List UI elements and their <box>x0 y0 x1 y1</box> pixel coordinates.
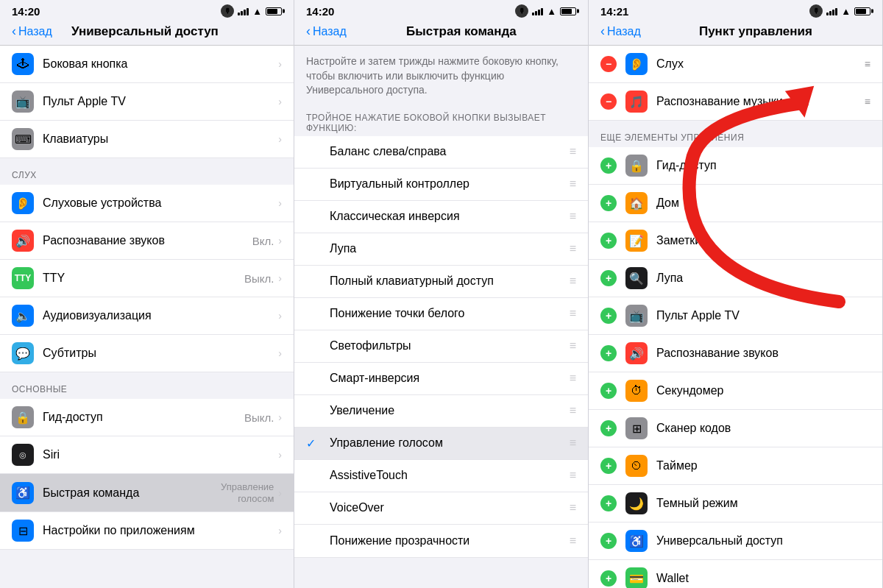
table-row[interactable]: + ♿ Универсальный доступ <box>589 523 882 560</box>
item-label-12: Понижение прозрачности <box>330 534 570 548</box>
drag-handle-2[interactable]: ≡ <box>570 210 576 223</box>
list-item[interactable]: Виртуальный контроллер ≡ <box>294 169 588 201</box>
accessibility-icon-add: ♿ <box>625 530 648 552</box>
nav-bar-3: ‹ Назад Пункт управления <box>589 21 882 46</box>
add-button[interactable]: + <box>600 458 617 474</box>
drag-handle-9[interactable]: ≡ <box>570 436 576 450</box>
chevron-right-icon: › <box>278 235 282 247</box>
add-button[interactable]: + <box>600 157 617 174</box>
list-item[interactable]: Увеличение ≡ <box>294 395 588 428</box>
list-item[interactable]: Баланс слева/справа ≡ <box>294 136 588 169</box>
back-button-2[interactable]: ‹ Назад <box>306 24 347 39</box>
list-item[interactable]: Полный клавиатурный доступ ≡ <box>294 266 588 298</box>
remove-button[interactable]: − <box>600 93 617 110</box>
code-scanner-icon-add: ⊞ <box>625 417 648 439</box>
battery-icon-2 <box>560 7 576 15</box>
add-button[interactable]: + <box>600 533 617 549</box>
hearing-icon-active: 👂 <box>625 53 648 75</box>
table-row[interactable]: 🔒 Гид-доступ Выкл. › <box>0 399 294 436</box>
add-button[interactable]: + <box>600 570 617 587</box>
wifi-icon-2: ▲ <box>547 6 556 17</box>
row-label: Распознавание музыки <box>656 95 865 108</box>
table-row[interactable]: + ⏲ Таймер <box>589 447 882 485</box>
drag-handle-5[interactable]: ≡ <box>570 307 576 320</box>
drag-handle-11[interactable]: ≡ <box>570 501 576 514</box>
table-row[interactable]: 🔊 Распознавание звуков Вкл. › <box>0 222 294 260</box>
table-row[interactable]: + 📺 Пульт Apple TV <box>589 297 882 335</box>
list-item[interactable]: Светофильтры ≡ <box>294 330 588 363</box>
table-row[interactable]: ◎ Siri › <box>0 436 294 474</box>
keyboards-icon: ⌨ <box>12 128 34 150</box>
add-button[interactable]: + <box>600 383 617 399</box>
table-row[interactable]: + 🔊 Распознавание звуков <box>589 335 882 372</box>
list-item[interactable]: Понижение прозрачности ≡ <box>294 525 588 557</box>
add-button[interactable]: + <box>600 495 617 511</box>
table-row[interactable]: 📺 Пульт Apple TV › <box>0 83 294 121</box>
mic-icon-3 <box>809 4 823 18</box>
home-icon-add: 🏠 <box>625 192 648 214</box>
status-icons-2: ▲ <box>515 4 576 18</box>
drag-handle-active-1[interactable]: ≡ <box>865 96 870 107</box>
drag-handle-8[interactable]: ≡ <box>570 404 576 417</box>
table-row[interactable]: 🔈 Аудиовизуализация › <box>0 297 294 335</box>
table-row[interactable]: 🕹 Боковая кнопка › <box>0 46 294 83</box>
table-row[interactable]: 👂 Слуховые устройства › <box>0 185 294 222</box>
table-row[interactable]: + ⏱ Секундомер <box>589 372 882 410</box>
list-item[interactable]: Классическая инверсия ≡ <box>294 201 588 233</box>
scroll-area-2[interactable]: Настройте и затем трижды нажмите боковую… <box>294 46 588 588</box>
table-row[interactable]: + 📝 Заметки <box>589 222 882 260</box>
list-item[interactable]: Лупа ≡ <box>294 233 588 266</box>
table-row[interactable]: + 🏠 Дом <box>589 185 882 222</box>
drag-handle-10[interactable]: ≡ <box>570 469 576 482</box>
nav-bar-2: ‹ Назад Быстрая команда <box>294 21 588 46</box>
timer-icon-add: ⏲ <box>625 455 648 477</box>
scroll-area-1[interactable]: 🕹 Боковая кнопка › 📺 Пульт Apple TV › ⌨ … <box>0 46 294 588</box>
add-button[interactable]: + <box>600 233 617 249</box>
row-label: Распознавание звуков <box>43 234 252 247</box>
remove-button[interactable]: − <box>600 56 617 72</box>
drag-handle-7[interactable]: ≡ <box>570 372 576 385</box>
wifi-icon-3: ▲ <box>841 6 851 17</box>
add-button[interactable]: + <box>600 195 617 211</box>
table-row[interactable]: ⊟ Настройки по приложениям › <box>0 512 294 549</box>
drag-handle-4[interactable]: ≡ <box>570 274 576 288</box>
section-top-1: 🕹 Боковая кнопка › 📺 Пульт Apple TV › ⌨ … <box>0 46 294 158</box>
sound-recognition-icon-add: 🔊 <box>625 342 648 364</box>
table-row[interactable]: + 🔒 Гид-доступ <box>589 147 882 185</box>
battery-icon-1 <box>266 7 282 15</box>
back-button-3[interactable]: ‹ Назад <box>600 24 641 39</box>
drag-handle-active-0[interactable]: ≡ <box>865 58 870 70</box>
list-item[interactable]: AssistiveTouch ≡ <box>294 460 588 492</box>
drag-handle-12[interactable]: ≡ <box>570 534 576 548</box>
list-item[interactable]: Понижение точки белого ≡ <box>294 298 588 330</box>
status-time-1: 14:20 <box>12 5 40 18</box>
add-button[interactable]: + <box>600 270 617 286</box>
table-row[interactable]: ⌨ Клавиатуры › <box>0 121 294 157</box>
table-row[interactable]: ♿ Быстрая команда Управление голосом › <box>0 474 294 512</box>
list-item[interactable]: VoiceOver ≡ <box>294 492 588 525</box>
add-button[interactable]: + <box>600 420 617 436</box>
row-label: Заметки <box>656 234 870 247</box>
table-row[interactable]: + ⊞ Сканер кодов <box>589 410 882 447</box>
drag-handle-3[interactable]: ≡ <box>570 242 576 255</box>
table-row[interactable]: + 🔍 Лупа <box>589 260 882 297</box>
drag-handle-1[interactable]: ≡ <box>570 177 576 191</box>
table-row[interactable]: − 🎵 Распознавание музыки ≡ <box>589 83 882 120</box>
scroll-area-3[interactable]: − 👂 Слух ≡ − 🎵 Распознавание музыки ≡ ЕЩ… <box>589 46 882 588</box>
page-title-2: Быстрая команда <box>347 24 576 39</box>
back-button-1[interactable]: ‹ Назад <box>12 24 52 39</box>
add-button[interactable]: + <box>600 308 617 324</box>
list-item[interactable]: ✓ Управление голосом ≡ <box>294 428 588 460</box>
list-item[interactable]: Смарт-инверсия ≡ <box>294 363 588 395</box>
table-row[interactable]: 💬 Субтитры › <box>0 335 294 372</box>
table-row[interactable]: + 💳 Wallet <box>589 560 882 588</box>
item-label-7: Смарт-инверсия <box>330 372 570 385</box>
drag-handle-6[interactable]: ≡ <box>570 339 576 353</box>
table-row[interactable]: − 👂 Слух ≡ <box>589 46 882 83</box>
drag-handle-0[interactable]: ≡ <box>570 145 576 158</box>
table-row[interactable]: + 🌙 Темный режим <box>589 485 882 523</box>
table-row[interactable]: TTY TTY Выкл. › <box>0 260 294 297</box>
stopwatch-icon-add: ⏱ <box>625 380 648 402</box>
add-button[interactable]: + <box>600 345 617 361</box>
magnifier-icon-add: 🔍 <box>625 267 648 289</box>
